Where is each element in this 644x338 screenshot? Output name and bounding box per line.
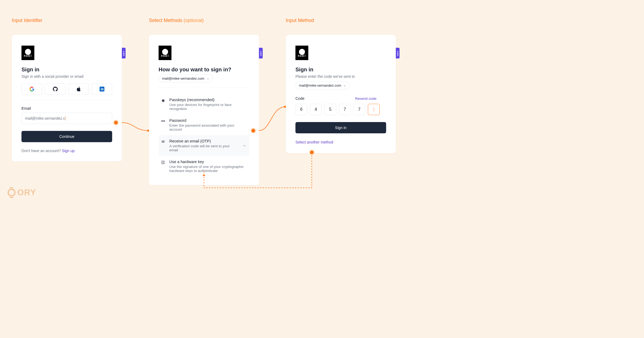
ory-logo-mark [8,189,16,197]
methods-card: ORY ⬤東亜重工 How do you want to sign in? ma… [149,35,259,185]
social-providers [21,83,112,95]
card1-heading: Sign in [21,67,112,73]
ory-logo-text: ORY [17,188,36,197]
method-title: Use a hardware key [169,160,247,164]
email-label: Email [21,106,112,111]
google-button[interactable] [21,83,42,95]
card2-heading: How do you want to sign in? [159,67,249,73]
ory-badge: ORY [122,48,126,58]
linkedin-button[interactable] [92,83,112,95]
text-caret [374,107,374,112]
code-cell-4[interactable]: 7 [339,104,351,115]
step3-title: Input Method [286,18,314,23]
email-input[interactable]: mail@mike.sernandez.c [21,113,112,124]
card1-sub: Sign in with a social provider or email [21,74,112,79]
select-another-link[interactable]: Select another method [295,140,333,144]
linkedin-icon [100,87,104,91]
resend-link[interactable]: Resend code [355,97,376,101]
divider [21,100,112,100]
ory-logo: ORY [8,188,36,197]
apple-button[interactable] [68,83,89,95]
step2-title-main: Select Methods [149,18,182,23]
method-desc: A verification code will be sent to your… [169,144,239,152]
google-icon [30,87,34,91]
method-password[interactable]: ••• Password Enter the password associat… [159,115,249,135]
code-cell-1[interactable]: 6 [295,104,307,115]
key-icon: ⚿ [161,160,166,164]
method-list: ◉ Passkeys (recommended) Use your device… [159,94,249,177]
chevron-down-icon: ⌄ [207,76,209,80]
dots-icon: ••• [161,119,166,123]
ory-badge: ORY [259,48,263,58]
code-cell-2[interactable]: 4 [310,104,322,115]
github-icon [53,87,58,91]
method-hardware-key[interactable]: ⚿ Use a hardware key Use the signature o… [159,156,249,177]
apple-icon [76,87,81,91]
method-email-otp[interactable]: ✉︎ Receive an email (OTP) A verification… [159,135,249,156]
signup-link[interactable]: Sign up [62,149,75,153]
divider [159,88,249,88]
step2-title-suffix: (optional) [184,18,204,23]
chevron-down-icon: ⌄ [343,83,346,87]
arrow-right-icon: → [242,144,246,148]
code-label: Code [295,96,304,101]
continue-button[interactable]: Continue [21,131,112,142]
ory-badge: ORY [396,48,400,58]
email-value: mail@mike.sernandez.c [25,116,65,120]
method-title: Passkeys (recommended) [169,98,247,102]
card3-sub: Please enter the code we've sent to [295,74,386,79]
method-desc: Use the signature of one of your cryptog… [169,165,247,173]
code-cell-3[interactable]: 5 [324,104,336,115]
connector-dot [309,149,315,155]
mail-icon: ✉︎ [161,139,166,144]
method-title: Password [169,118,247,123]
identifier-chip[interactable]: mail@mike-sernandez.com ⌄ [295,81,350,89]
code-cell-6[interactable] [368,104,380,115]
identifier-chip[interactable]: mail@mike-sernandez.com ⌄ [159,74,213,82]
signin-button[interactable]: Sign in [295,122,386,133]
method-passkeys[interactable]: ◉ Passkeys (recommended) Use your device… [159,94,249,115]
step2-title: Select Methods (optional) [149,18,204,23]
step1-title: Input Identifier [12,18,42,23]
identifier-card: ORY ⬤東亜重工 Sign in Sign in with a social … [12,35,122,161]
code-inputs: 6 4 5 7 7 [295,104,386,115]
method-desc: Enter the password associated with your … [169,123,247,131]
text-caret [65,116,66,120]
brand-logo: ⬤東亜重工 [21,46,34,60]
code-card: ORY ⬤東亜重工 Sign in Please enter the code … [286,35,396,153]
fingerprint-icon: ◉ [161,98,166,102]
connector-dot [250,128,256,134]
connector-dot [113,120,119,126]
signup-prompt: Don't have an account? Sign up [21,149,112,153]
method-desc: Use your devices for fingerprint or face… [169,103,247,111]
method-title: Receive an email (OTP) [169,139,239,143]
brand-logo: ⬤東亜重工 [295,46,308,60]
chip-value: mail@mike-sernandez.com [162,76,204,80]
github-button[interactable] [45,83,65,95]
code-cell-5[interactable]: 7 [353,104,365,115]
brand-logo: ⬤東亜重工 [159,46,171,60]
card3-heading: Sign in [295,67,386,73]
chip-value: mail@mike-sernandez.com [299,83,341,87]
